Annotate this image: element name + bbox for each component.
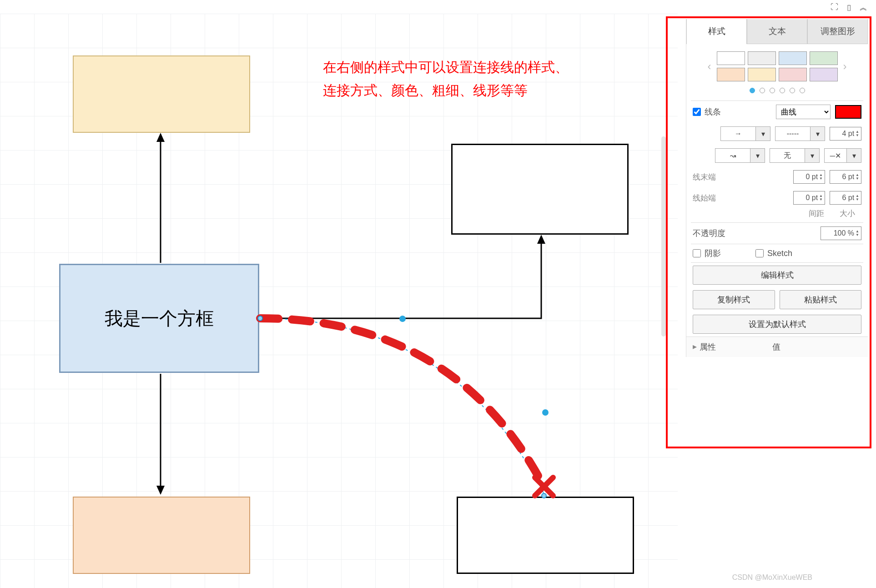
swatch-green[interactable] — [810, 51, 838, 65]
swatch-yellow[interactable] — [748, 68, 776, 81]
arrow-style-select[interactable]: → — [720, 126, 756, 141]
curve-end-handle[interactable] — [541, 493, 547, 498]
dash-style-select[interactable]: ----- — [775, 126, 811, 141]
dot-6[interactable] — [800, 88, 805, 93]
rect-white-bottom[interactable] — [457, 497, 634, 574]
edit-style-button[interactable]: 编辑样式 — [693, 266, 861, 285]
line-color-picker[interactable] — [835, 105, 861, 119]
swatch-white[interactable] — [717, 51, 745, 65]
line-label: 线条 — [705, 106, 721, 117]
start-spacing-value: 0 pt — [806, 194, 818, 202]
topbar-icons: ⛶ ▯ ︽ — [830, 3, 868, 12]
prop-expand-icon: ▸ — [693, 342, 697, 352]
swatch-dots — [686, 84, 868, 101]
shadow-checkbox[interactable] — [693, 249, 701, 257]
rect-white-top[interactable] — [451, 144, 629, 235]
end-size-input[interactable]: 6 pt▲▼ — [830, 170, 861, 184]
swatch-purple[interactable] — [810, 68, 838, 81]
dot-3[interactable] — [770, 88, 775, 93]
svg-marker-1 — [156, 133, 165, 142]
rect-blue-main[interactable]: 我是一个方框 — [59, 264, 259, 373]
swatch-red[interactable] — [779, 68, 807, 81]
rect-blue-label: 我是一个方框 — [105, 306, 214, 331]
dot-4[interactable] — [780, 88, 785, 93]
prop-attr-label: 属性 — [700, 342, 772, 352]
swatch-prev-icon[interactable]: ‹ — [705, 60, 714, 73]
line-start-label: 线始端 — [693, 193, 716, 203]
arrow-style-caret[interactable]: ▾ — [756, 126, 770, 141]
sketch-label: Sketch — [767, 249, 792, 258]
connection-select[interactable]: 无 — [770, 148, 805, 163]
opacity-value: 100 % — [834, 229, 854, 237]
panel-tabs: 样式 文本 调整图形 — [686, 19, 868, 44]
dot-2[interactable] — [760, 88, 765, 93]
line-width-input[interactable]: 4 pt ▲▼ — [830, 127, 861, 141]
swatch-grid — [717, 51, 838, 81]
line-width-value: 4 pt — [842, 130, 854, 138]
watermark: CSDN @MoXinXueWEB — [732, 573, 812, 582]
annotation-text: 在右侧的样式中可以设置连接线的样式、 连接方式、颜色、粗细、线形等等 — [323, 55, 569, 102]
connection-caret[interactable]: ▾ — [805, 148, 820, 163]
end-marker-select[interactable]: ─✕ — [824, 148, 847, 163]
opacity-input[interactable]: 100 %▲▼ — [821, 226, 861, 240]
prop-header[interactable]: ▸ 属性 值 — [686, 337, 868, 357]
end-spacing-input[interactable]: 0 pt▲▼ — [793, 170, 825, 184]
curve-midpoint-2[interactable] — [542, 409, 549, 416]
svg-marker-4 — [537, 235, 545, 244]
start-spacing-input[interactable]: 0 pt▲▼ — [793, 191, 825, 205]
sketch-checkbox[interactable] — [755, 249, 764, 257]
opacity-label: 不透明度 — [693, 228, 725, 239]
waypoint-caret[interactable]: ▾ — [750, 148, 765, 163]
end-size-value: 6 pt — [842, 173, 854, 181]
line-end-label: 线末端 — [693, 172, 716, 182]
rect-yellow-top[interactable] — [73, 55, 250, 133]
shadow-label: 阴影 — [705, 248, 721, 259]
line-curve-select[interactable]: 曲线 — [776, 105, 831, 119]
default-style-button[interactable]: 设置为默认样式 — [693, 315, 861, 334]
canvas-grid[interactable]: 在右侧的样式中可以设置连接线的样式、 连接方式、颜色、粗细、线形等等 我是一个方… — [0, 14, 678, 588]
prop-val-label: 值 — [772, 342, 780, 352]
dot-5[interactable] — [790, 88, 795, 93]
end-spacing-value: 0 pt — [806, 173, 818, 181]
panel-scrollbar[interactable] — [661, 136, 666, 337]
curve-start-handle[interactable] — [257, 316, 263, 321]
paste-style-button[interactable]: 粘贴样式 — [780, 290, 862, 309]
tab-arrange[interactable]: 调整图形 — [807, 19, 868, 44]
size-col-label: 大小 — [840, 208, 855, 219]
svg-marker-3 — [156, 486, 165, 495]
dash-style-caret[interactable]: ▾ — [811, 126, 825, 141]
spacing-col-label: 间距 — [809, 208, 824, 219]
fullscreen-icon[interactable]: ⛶ — [830, 3, 839, 12]
tab-style[interactable]: 样式 — [686, 19, 747, 44]
waypoint-select[interactable]: ↝ — [715, 148, 750, 163]
swatch-blue[interactable] — [779, 51, 807, 65]
tab-text[interactable]: 文本 — [747, 19, 807, 44]
swatch-next-icon[interactable]: › — [841, 60, 850, 73]
line-checkbox[interactable] — [693, 108, 701, 116]
dot-1[interactable] — [750, 88, 755, 93]
start-size-input[interactable]: 6 pt▲▼ — [830, 191, 861, 205]
copy-style-button[interactable]: 复制样式 — [693, 290, 775, 309]
curve-midpoint-1[interactable] — [399, 316, 406, 322]
style-panel: 样式 文本 调整图形 ‹ › 线条 曲线 — [686, 19, 868, 357]
swatch-grey[interactable] — [748, 51, 776, 65]
collapse-icon[interactable]: ︽ — [859, 3, 868, 12]
swatch-orange[interactable] — [717, 68, 745, 81]
rect-orange-bottom[interactable] — [73, 497, 250, 574]
start-size-value: 6 pt — [842, 194, 854, 202]
panel-icon[interactable]: ▯ — [844, 3, 853, 12]
end-marker-caret[interactable]: ▾ — [847, 148, 861, 163]
